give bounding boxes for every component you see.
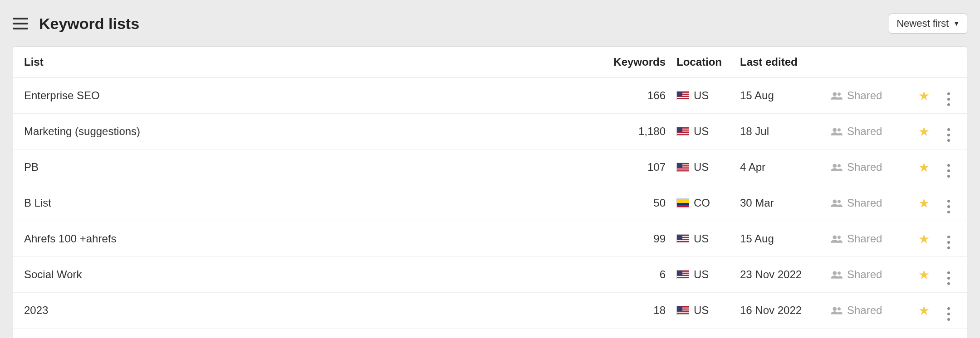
shared-cell: Shared (831, 185, 908, 221)
country-code: US (694, 125, 709, 138)
location-cell: US (676, 78, 740, 114)
star-icon[interactable]: ★ (918, 125, 930, 139)
col-header-star (908, 47, 940, 78)
list-name[interactable]: Social Work (13, 257, 608, 293)
svg-point-6 (833, 199, 837, 203)
shared-label: Shared (847, 161, 882, 174)
svg-point-12 (833, 307, 837, 311)
table-row[interactable]: Social Work 6 US 23 Nov 2022 Shared ★ (13, 257, 967, 293)
table-row[interactable]: Marketing (suggestions) 1,180 US 18 Jul … (13, 114, 967, 150)
row-actions-menu[interactable] (944, 164, 953, 178)
keyword-count: 50 (608, 185, 676, 221)
last-edited: 15 Aug (740, 221, 831, 257)
table-row[interactable]: B List 50 CO 30 Mar Shared ★ (13, 185, 967, 221)
table-row[interactable]: Enterprise SEO 166 US 15 Aug Shared ★ (13, 78, 967, 114)
row-actions-menu[interactable] (944, 128, 953, 142)
col-header-actions (940, 47, 967, 78)
svg-point-3 (838, 128, 841, 131)
flag-icon (676, 234, 689, 243)
svg-point-0 (833, 92, 837, 96)
row-actions-menu[interactable] (944, 92, 953, 106)
svg-point-7 (838, 200, 841, 203)
country-code: US (694, 232, 709, 245)
row-actions-menu[interactable] (944, 307, 953, 321)
list-name[interactable]: PB (13, 150, 608, 185)
people-icon (831, 127, 843, 136)
list-name[interactable]: 2023 (13, 293, 608, 328)
list-name[interactable]: Marketing (suggestions) (13, 114, 608, 150)
flag-icon (676, 91, 689, 100)
flag-icon (676, 306, 689, 315)
star-icon[interactable]: ★ (918, 89, 930, 103)
location-cell: US (676, 293, 740, 328)
shared-cell: Shared (831, 150, 908, 185)
table-row[interactable]: 2023 18 US 16 Nov 2022 Shared ★ (13, 293, 967, 328)
shared-cell: Shared (831, 328, 908, 338)
sort-dropdown[interactable]: Newest first ▼ (889, 14, 967, 34)
shared-cell: Shared (831, 221, 908, 257)
people-icon (831, 198, 843, 208)
list-name[interactable]: top blogs (13, 328, 608, 338)
shared-label: Shared (847, 89, 882, 102)
page-header: Keyword lists Newest first ▼ (0, 0, 980, 46)
star-icon[interactable]: ★ (918, 160, 930, 174)
flag-icon (676, 198, 689, 208)
table-row[interactable]: Ahrefs 100 +ahrefs 99 US 15 Aug Shared ★ (13, 221, 967, 257)
keyword-lists-table: List Keywords Location Last edited Enter… (13, 47, 967, 338)
shared-label: Shared (847, 125, 882, 138)
shared-label: Shared (847, 268, 882, 281)
shared-label: Shared (847, 304, 882, 317)
page-title: Keyword lists (39, 15, 139, 33)
keyword-count: 20 (608, 328, 676, 338)
people-icon (831, 91, 843, 100)
location-cell: US (676, 150, 740, 185)
keyword-count: 166 (608, 78, 676, 114)
svg-point-1 (838, 92, 841, 96)
star-icon[interactable]: ★ (918, 196, 930, 210)
svg-point-9 (838, 236, 841, 239)
svg-point-11 (838, 271, 841, 275)
svg-point-13 (838, 307, 841, 310)
shared-cell: Shared (831, 293, 908, 328)
flag-icon (676, 163, 689, 172)
last-edited: 18 Jul (740, 114, 831, 150)
svg-point-4 (833, 164, 837, 168)
star-icon[interactable]: ★ (918, 304, 930, 318)
col-header-shared (831, 47, 908, 78)
row-actions-menu[interactable] (944, 200, 953, 213)
table-row[interactable]: PB 107 US 4 Apr Shared ★ (13, 150, 967, 185)
flag-icon (676, 127, 689, 136)
flag-icon (676, 270, 689, 279)
location-cell: US (676, 328, 740, 338)
last-edited: 30 Mar (740, 185, 831, 221)
col-header-list[interactable]: List (13, 47, 608, 78)
menu-icon[interactable] (13, 18, 28, 29)
keyword-count: 18 (608, 293, 676, 328)
list-name[interactable]: B List (13, 185, 608, 221)
country-code: CO (694, 197, 710, 209)
star-icon[interactable]: ★ (918, 232, 930, 246)
chevron-down-icon: ▼ (953, 20, 960, 27)
svg-point-10 (833, 271, 837, 275)
col-header-location[interactable]: Location (676, 47, 740, 78)
people-icon (831, 163, 843, 172)
shared-cell: Shared (831, 78, 908, 114)
keyword-count: 1,180 (608, 114, 676, 150)
table-row[interactable]: top blogs 20 US 12 Oct 2021 Shared ★ (13, 328, 967, 338)
star-icon[interactable]: ★ (918, 268, 930, 282)
last-edited: 23 Nov 2022 (740, 257, 831, 293)
people-icon (831, 306, 843, 315)
row-actions-menu[interactable] (944, 271, 953, 285)
location-cell: US (676, 257, 740, 293)
list-name[interactable]: Enterprise SEO (13, 78, 608, 114)
people-icon (831, 270, 843, 279)
list-name[interactable]: Ahrefs 100 +ahrefs (13, 221, 608, 257)
col-header-keywords[interactable]: Keywords (608, 47, 676, 78)
keyword-count: 107 (608, 150, 676, 185)
keyword-count: 99 (608, 221, 676, 257)
keyword-lists-panel: List Keywords Location Last edited Enter… (13, 46, 967, 338)
shared-label: Shared (847, 197, 882, 209)
col-header-last-edited[interactable]: Last edited (740, 47, 831, 78)
shared-cell: Shared (831, 257, 908, 293)
row-actions-menu[interactable] (944, 236, 953, 249)
